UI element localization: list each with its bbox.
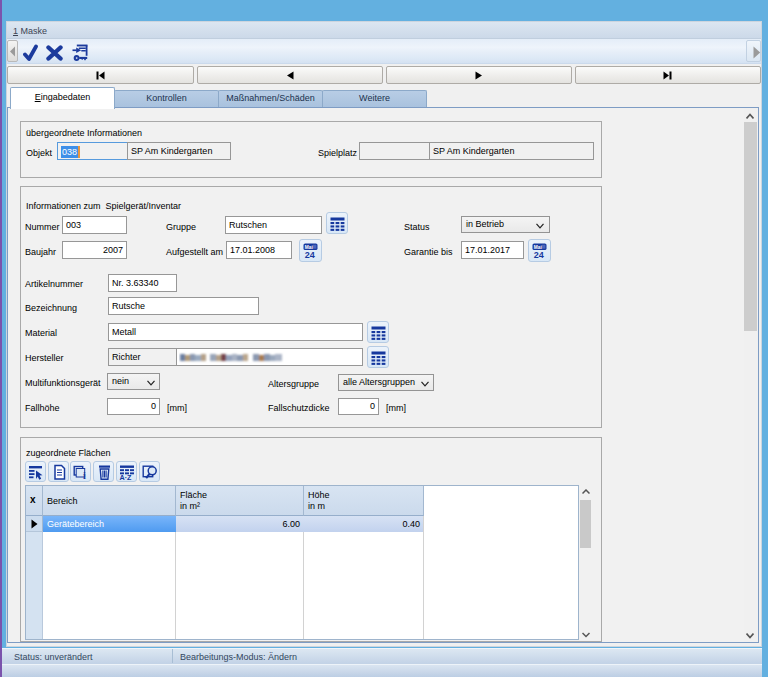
svg-text:24: 24 [534, 250, 544, 259]
svg-text:Mai: Mai [534, 245, 542, 250]
svg-text:Mai: Mai [305, 245, 313, 250]
svg-text:A·Z: A·Z [119, 473, 132, 481]
svg-text:i: i [83, 470, 86, 481]
svg-text:24: 24 [305, 250, 315, 259]
